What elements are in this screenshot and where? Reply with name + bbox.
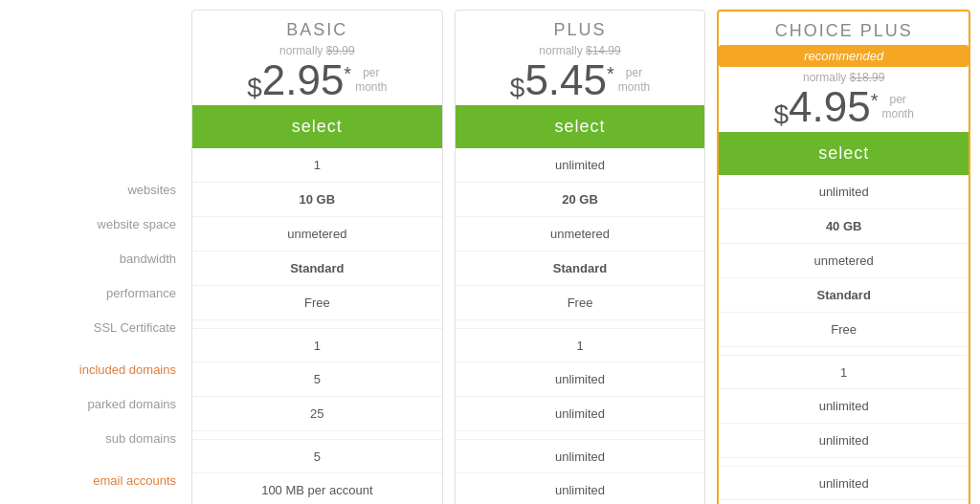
plan-plus-per: permonth (618, 66, 650, 96)
plus-website-space: 20 GB (456, 183, 705, 217)
plan-plus: PLUS normally $14.99 $ 5.45 * permonth s… (455, 10, 706, 504)
basic-parked-domains: 5 (192, 362, 442, 397)
plan-choice-plus-select-button[interactable]: select (719, 132, 969, 175)
plus-performance: Standard (456, 252, 705, 286)
plan-basic-amount: 2.95 (262, 59, 345, 101)
label-performance: performance (0, 275, 191, 310)
plan-plus-header: PLUS normally $14.99 $ 5.45 * permonth (456, 11, 705, 105)
plan-plus-star: * (607, 63, 614, 85)
basic-websites: 1 (192, 148, 442, 183)
label-sub-domains: sub domains (0, 421, 191, 455)
plan-choice-plus-dollar: $ (773, 101, 789, 128)
choice-plus-bandwidth: unmetered (719, 244, 969, 278)
basic-email-accounts: 5 (192, 439, 442, 473)
plan-choice-plus-per: permonth (882, 93, 914, 122)
plus-bandwidth: unmetered (456, 217, 705, 252)
plan-basic-strikethrough: $9.99 (326, 44, 355, 57)
label-websites: websites (0, 172, 191, 207)
plan-choice-plus-strikethrough: $18.99 (850, 71, 885, 84)
basic-ssl: Free (192, 286, 442, 320)
plan-basic-normal-price: normally $9.99 (200, 44, 434, 57)
plan-basic-header: BASIC normally $9.99 $ 2.95 * permonth (192, 11, 442, 105)
plan-choice-plus-amount: 4.95 (789, 86, 871, 128)
plus-ssl: Free (456, 286, 705, 320)
plan-plus-title: PLUS (463, 20, 698, 40)
basic-included-domains: 1 (192, 328, 442, 362)
label-parked-domains: parked domains (0, 386, 191, 421)
plan-plus-normal-price: normally $14.99 (463, 44, 698, 57)
basic-email-storage: 100 MB per account (192, 473, 442, 504)
choice-plus-title-area: CHOICE PLUS (719, 11, 969, 45)
choice-plus-sub-domains: unlimited (719, 424, 969, 458)
plan-plus-strikethrough: $14.99 (586, 44, 621, 57)
plan-basic-features: 1 10 GB unmetered Standard Free 1 5 25 5… (192, 148, 442, 504)
plan-plus-select-button[interactable]: select (456, 105, 705, 148)
label-email-storage: email storage (0, 497, 191, 504)
plan-choice-plus-title: CHOICE PLUS (719, 21, 969, 41)
basic-sub-domains: 25 (192, 397, 442, 431)
basic-bandwidth: unmetered (192, 217, 442, 252)
pricing-container: websites website space bandwidth perform… (0, 0, 980, 504)
plus-included-domains: 1 (456, 328, 705, 362)
plan-basic-title: BASIC (200, 20, 434, 40)
plan-plus-dollar: $ (510, 75, 525, 101)
plan-basic-select-button[interactable]: select (192, 105, 442, 148)
recommended-badge: recommended (719, 45, 969, 67)
plans-area: BASIC normally $9.99 $ 2.95 * permonth s… (191, 0, 980, 504)
choice-plus-parked-domains: unlimited (719, 389, 969, 424)
plus-email-accounts: unlimited (456, 439, 705, 473)
plan-basic: BASIC normally $9.99 $ 2.95 * permonth s… (191, 10, 443, 504)
label-email-accounts: email accounts (0, 463, 191, 497)
plus-parked-domains: unlimited (456, 362, 705, 397)
basic-performance: Standard (192, 252, 442, 286)
plan-choice-plus-features: unlimited 40 GB unmetered Standard Free … (719, 175, 969, 504)
plus-sub-domains: unlimited (456, 397, 705, 431)
plan-basic-dollar: $ (247, 75, 262, 101)
labels-column: websites website space bandwidth perform… (0, 0, 191, 504)
plan-basic-star: * (344, 63, 351, 85)
plan-choice-plus: CHOICE PLUS recommended normally $18.99 … (717, 10, 970, 504)
plus-email-storage: unlimited (456, 473, 705, 504)
choice-plus-email-storage: unlimited (719, 500, 969, 504)
plan-plus-features: unlimited 20 GB unmetered Standard Free … (456, 148, 705, 504)
plan-choice-plus-header: normally $18.99 $ 4.95 * permonth (719, 71, 969, 132)
plan-plus-amount: 5.45 (524, 59, 607, 101)
plan-plus-price-row: $ 5.45 * permonth (463, 59, 698, 101)
plus-websites: unlimited (456, 148, 705, 183)
plan-choice-plus-normal-price: normally $18.99 (726, 71, 961, 84)
choice-plus-email-accounts: unlimited (719, 466, 969, 500)
choice-plus-ssl: Free (719, 313, 969, 347)
label-included-domains: included domains (0, 352, 191, 386)
plan-choice-plus-star: * (871, 90, 879, 112)
choice-plus-included-domains: 1 (719, 355, 969, 389)
label-website-space: website space (0, 207, 191, 241)
plan-basic-price-row: $ 2.95 * permonth (200, 59, 434, 101)
choice-plus-website-space: 40 GB (719, 209, 969, 244)
label-bandwidth: bandwidth (0, 241, 191, 275)
plan-basic-per: permonth (355, 66, 387, 96)
choice-plus-websites: unlimited (719, 175, 969, 209)
label-ssl-certificate: SSL Certificate (0, 310, 191, 344)
choice-plus-performance: Standard (719, 278, 969, 313)
plan-choice-plus-price-row: $ 4.95 * permonth (726, 86, 961, 128)
basic-website-space: 10 GB (192, 183, 442, 217)
